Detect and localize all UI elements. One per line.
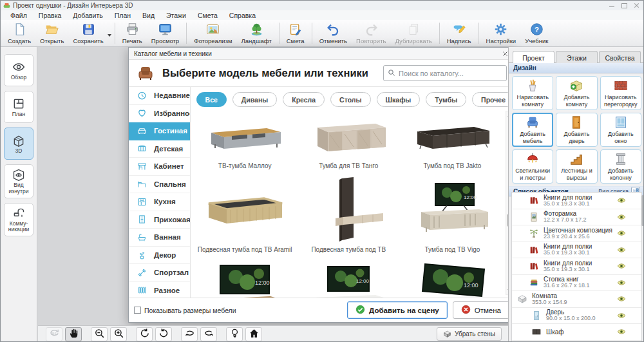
visibility-eye-icon[interactable]	[617, 327, 626, 336]
toolbar-button[interactable]	[186, 23, 187, 44]
object-row[interactable]: Комната 353.0 x 154.9	[512, 291, 641, 308]
object-row[interactable]: Фоторамка 12.2 x 7.0 x 17.2	[512, 209, 641, 226]
menu-item[interactable]: Смета	[192, 12, 223, 19]
sidebar-view-button[interactable]: Комму-никации	[4, 203, 33, 237]
menu-item[interactable]: Вид	[137, 12, 160, 19]
panel-tab[interactable]: Свойства	[599, 51, 641, 63]
category-item[interactable]: Прихожая	[129, 211, 190, 229]
scene-canvas[interactable]: Каталог мебели и техники Выберите модель…	[38, 47, 508, 342]
toolbar-button[interactable]: Смета	[282, 21, 309, 46]
toolbar-button[interactable]: Надпись	[442, 21, 476, 46]
object-row[interactable]: Цветочная композиция 23.9 x 20.4 x 25.6	[512, 225, 641, 242]
furniture-item[interactable]: Тумба под ТВ Jakto	[401, 111, 504, 173]
close-button[interactable]	[634, 3, 639, 8]
furniture-item[interactable]: Подвесная тумба под ТВ	[297, 173, 401, 256]
toolbar-button[interactable]: ? Учебник	[520, 21, 553, 46]
design-tool-button[interactable]: Добавить комнату	[556, 76, 597, 110]
category-item[interactable]: Кухня	[129, 193, 190, 211]
category-item[interactable]: Декор	[129, 247, 190, 265]
add-to-scene-button[interactable]: Добавить на сцену	[347, 301, 448, 319]
nav-tool-button[interactable]	[245, 327, 262, 341]
cancel-button[interactable]: Отмена	[453, 301, 509, 319]
object-row[interactable]: Книги для полки 35.0 x 19.3 x 30.1	[512, 242, 641, 259]
dropdown-arrow-icon[interactable]	[108, 34, 111, 37]
object-row[interactable]: Дверь 90.0 x 15.0 x 200.0	[512, 308, 641, 325]
visibility-eye-icon[interactable]	[617, 229, 626, 238]
design-tool-button[interactable]: Нарисовать комнату	[512, 76, 553, 110]
toolbar-button[interactable]: Создать	[3, 21, 35, 46]
panel-tab[interactable]: Этажи	[556, 51, 598, 63]
filter-pill[interactable]: Все	[196, 92, 227, 107]
panel-tab[interactable]: Проект	[513, 51, 554, 63]
visibility-eye-icon[interactable]	[617, 245, 626, 254]
remove-walls-button[interactable]: Убрать стены	[437, 327, 502, 341]
nav-tool-button[interactable]	[226, 327, 243, 341]
sidebar-view-button[interactable]: 3D	[4, 128, 33, 160]
furniture-item[interactable]: Подвесная тумба под ТВ Aramil	[193, 173, 297, 256]
furniture-item[interactable]: 12:00	[297, 256, 401, 298]
nav-tool-button[interactable]	[91, 327, 108, 341]
toolbar-button[interactable]	[115, 23, 115, 44]
visibility-eye-icon[interactable]	[617, 261, 626, 271]
category-item[interactable]: Недавние	[129, 87, 190, 105]
furniture-item[interactable]: 12:00 Тумба под ТВ Vigo	[401, 173, 504, 256]
sidebar-view-button[interactable]: План	[4, 91, 33, 123]
category-item[interactable]: Ванная	[129, 229, 190, 247]
object-list-scrollbar[interactable]	[641, 195, 644, 226]
nav-tool-button[interactable]	[110, 327, 127, 341]
category-item[interactable]: Детская	[129, 140, 190, 158]
toolbar-button[interactable]: Сохранить	[68, 21, 111, 46]
nav-tool-button[interactable]	[200, 327, 217, 341]
show-sizes-checkbox[interactable]	[134, 307, 141, 314]
menu-item[interactable]: Справка	[223, 12, 261, 19]
toolbar-button[interactable]: Ландшафт	[237, 21, 276, 46]
toolbar-button[interactable]: Отменить	[315, 21, 352, 46]
visibility-eye-icon[interactable]	[617, 196, 626, 205]
filter-pill[interactable]: Столы	[330, 92, 370, 107]
design-tool-button[interactable]: Светильники и люстры	[512, 149, 553, 184]
furniture-item[interactable]: ТВ-тумба Маллоу	[193, 111, 297, 173]
category-item[interactable]: Гостиная	[129, 122, 190, 140]
visibility-eye-icon[interactable]	[617, 278, 626, 287]
toolbar-button[interactable]: Просмотр	[147, 21, 184, 46]
object-row[interactable]: Шкаф	[512, 324, 641, 341]
design-tool-button[interactable]: Лестницы и вырезы	[556, 149, 597, 184]
category-item[interactable]: Избранное	[129, 105, 190, 123]
furniture-item[interactable]: Тумба для ТВ Танго	[297, 111, 401, 173]
category-item[interactable]: Спальня	[129, 176, 190, 194]
menu-item[interactable]: Добавить	[67, 12, 108, 19]
nav-tool-button[interactable]: 360	[46, 327, 62, 341]
maximize-button[interactable]	[621, 3, 627, 8]
toolbar-button[interactable]	[439, 23, 440, 44]
menu-item[interactable]: Правка	[33, 12, 67, 19]
object-row[interactable]: Книги для полки 35.0 x 19.3 x 30.1	[512, 258, 641, 275]
category-item[interactable]: Разное	[129, 282, 190, 298]
design-tool-button[interactable]: Добавить мебель	[512, 113, 553, 147]
filter-pill[interactable]: Тумбы	[426, 92, 466, 107]
minimize-button[interactable]	[609, 3, 615, 8]
toolbar-button[interactable]	[312, 23, 312, 44]
filter-pill[interactable]: Кресла	[283, 92, 325, 107]
object-row[interactable]: Книги для полки 35.0 x 19.3 x 30.1	[512, 193, 641, 209]
nav-tool-button[interactable]	[155, 327, 172, 341]
menu-item[interactable]: Файл	[5, 12, 33, 19]
design-tool-button[interactable]: Добавить колонну	[600, 149, 641, 184]
sidebar-view-button[interactable]: Вид изнутри	[4, 164, 33, 198]
menu-item[interactable]: План	[109, 12, 137, 19]
menu-item[interactable]: Этажи	[160, 12, 192, 19]
toolbar-button[interactable]: Печать	[118, 21, 147, 46]
visibility-eye-icon[interactable]	[617, 294, 626, 303]
toolbar-button[interactable]: Настройки	[482, 21, 521, 46]
nav-tool-button[interactable]	[136, 327, 153, 341]
category-item[interactable]: Спортзал	[129, 264, 190, 282]
object-row[interactable]: Стопка книг 31.6 x 26.7 x 18.1	[512, 275, 641, 292]
visibility-eye-icon[interactable]	[617, 213, 626, 222]
visibility-eye-icon[interactable]	[617, 311, 626, 320]
nav-tool-button[interactable]	[181, 327, 198, 341]
toolbar-button[interactable]: Дублировать	[390, 21, 436, 46]
sidebar-view-button[interactable]: Обзор	[4, 54, 33, 86]
filter-pill[interactable]: Диваны	[232, 92, 277, 107]
toolbar-button[interactable]: Повторить	[352, 21, 390, 46]
design-tool-button[interactable]: Добавить окно	[600, 113, 641, 147]
nav-tool-button[interactable]	[65, 327, 82, 341]
